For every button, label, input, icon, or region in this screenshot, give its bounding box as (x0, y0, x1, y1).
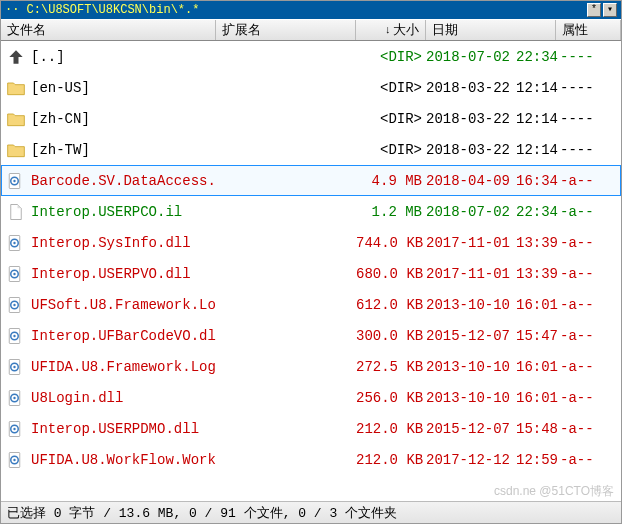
svg-point-26 (13, 458, 15, 460)
svg-point-8 (13, 272, 15, 274)
file-date: 2015-12-07 (426, 421, 516, 437)
folder-icon (5, 139, 27, 161)
file-date: 2018-03-22 (426, 80, 516, 96)
folder-icon (5, 77, 27, 99)
file-row[interactable]: UFSoft.U8.Framework.Login.UI.dll612.0 KB… (1, 289, 621, 320)
titlebar: ·· C:\U8SOFT\U8KCSN\bin\*.* * ▾ (1, 1, 621, 19)
file-size: <DIR> (356, 80, 426, 96)
file-date: 2017-12-12 (426, 452, 516, 468)
file-attr: -a-- (560, 390, 598, 406)
file-size: 212.0 KB (356, 421, 426, 437)
header-date[interactable]: 日期 (426, 20, 556, 40)
file-row[interactable]: [zh-TW]<DIR>2018-03-2212:14---- (1, 134, 621, 165)
svg-point-20 (13, 396, 15, 398)
file-attr: -a-- (560, 266, 598, 282)
file-size: <DIR> (356, 111, 426, 127)
file-name: Barcode.SV.DataAccess.dll (31, 173, 216, 189)
file-name: [zh-TW] (31, 142, 216, 158)
file-date: 2018-07-02 (426, 49, 516, 65)
folder-icon (5, 108, 27, 130)
file-attr: -a-- (560, 204, 598, 220)
file-size: 680.0 KB (356, 266, 426, 282)
file-name: [en-US] (31, 80, 216, 96)
status-text: 已选择 0 字节 / 13.6 MB, 0 / 91 个文件, 0 / 3 个文… (7, 504, 397, 522)
file-attr: ---- (560, 111, 598, 127)
file-name: Interop.USERPVO.dll (31, 266, 216, 282)
dll-icon (5, 418, 27, 440)
dll-icon (5, 263, 27, 285)
header-attr[interactable]: 属性 (556, 20, 621, 40)
file-attr: -a-- (560, 235, 598, 251)
file-date: 2017-11-01 (426, 266, 516, 282)
file-name: UFSoft.U8.Framework.Login.UI.dll (31, 297, 216, 313)
dll-icon (5, 170, 27, 192)
file-attr: ---- (560, 142, 598, 158)
file-row[interactable]: Barcode.SV.DataAccess.dll4.9 MB2018-04-0… (1, 165, 621, 196)
file-name: U8Login.dll (31, 390, 216, 406)
file-size: <DIR> (356, 49, 426, 65)
file-attr: ---- (560, 49, 598, 65)
svg-point-11 (13, 303, 15, 305)
file-name: UFIDA.U8.Framework.Login.UIForm.dll (31, 359, 216, 375)
file-row[interactable]: [en-US]<DIR>2018-03-2212:14---- (1, 72, 621, 103)
file-attr: -a-- (560, 359, 598, 375)
header-size[interactable]: ↓大小 (356, 20, 426, 40)
file-name: UFIDA.U8.WorkFlow.WorkList.Common.dll (31, 452, 216, 468)
file-name: [zh-CN] (31, 111, 216, 127)
file-row[interactable]: Interop.USERPVO.dll680.0 KB2017-11-0113:… (1, 258, 621, 289)
header-name[interactable]: 文件名 (1, 20, 216, 40)
file-time: 16:01 (516, 297, 560, 313)
file-date: 2015-12-07 (426, 328, 516, 344)
file-time: 13:39 (516, 266, 560, 282)
dll-icon (5, 294, 27, 316)
up-icon (5, 46, 27, 68)
svg-point-23 (13, 427, 15, 429)
file-row[interactable]: UFIDA.U8.Framework.Login.UIForm.dll272.5… (1, 351, 621, 382)
file-name: [..] (31, 49, 216, 65)
dll-icon (5, 449, 27, 471)
file-list[interactable]: [..]<DIR>2018-07-0222:34----[en-US]<DIR>… (1, 41, 621, 501)
header-ext[interactable]: 扩展名 (216, 20, 356, 40)
file-attr: -a-- (560, 452, 598, 468)
file-time: 16:01 (516, 390, 560, 406)
dll-icon (5, 387, 27, 409)
file-manager-window: ·· C:\U8SOFT\U8KCSN\bin\*.* * ▾ 文件名 扩展名 … (0, 0, 622, 524)
svg-point-5 (13, 241, 15, 243)
file-name: Interop.UFBarCodeVO.dll (31, 328, 216, 344)
file-name: Interop.SysInfo.dll (31, 235, 216, 251)
file-size: 1.2 MB (356, 204, 426, 220)
file-time: 12:14 (516, 142, 560, 158)
file-date: 2013-10-10 (426, 359, 516, 375)
file-size: 256.0 KB (356, 390, 426, 406)
titlebar-button-toggle[interactable]: * (587, 3, 601, 17)
file-size: <DIR> (356, 142, 426, 158)
file-time: 12:14 (516, 80, 560, 96)
titlebar-button-dropdown[interactable]: ▾ (603, 3, 617, 17)
file-date: 2013-10-10 (426, 390, 516, 406)
file-row[interactable]: Interop.SysInfo.dll744.0 KB2017-11-0113:… (1, 227, 621, 258)
file-time: 16:34 (516, 173, 560, 189)
file-time: 15:47 (516, 328, 560, 344)
dll-icon (5, 232, 27, 254)
file-size: 212.0 KB (356, 452, 426, 468)
file-attr: -a-- (560, 421, 598, 437)
file-name: Interop.USERPDMO.dll (31, 421, 216, 437)
file-time: 16:01 (516, 359, 560, 375)
file-date: 2018-03-22 (426, 111, 516, 127)
file-row[interactable]: UFIDA.U8.WorkFlow.WorkList.Common.dll212… (1, 444, 621, 475)
file-time: 15:48 (516, 421, 560, 437)
file-row[interactable]: [zh-CN]<DIR>2018-03-2212:14---- (1, 103, 621, 134)
file-row[interactable]: Interop.UFBarCodeVO.dll300.0 KB2015-12-0… (1, 320, 621, 351)
file-row[interactable]: U8Login.dll256.0 KB2013-10-1016:01-a-- (1, 382, 621, 413)
file-row[interactable]: [..]<DIR>2018-07-0222:34---- (1, 41, 621, 72)
file-row[interactable]: Interop.USERPDMO.dll212.0 KB2015-12-0715… (1, 413, 621, 444)
file-date: 2018-03-22 (426, 142, 516, 158)
dll-icon (5, 356, 27, 378)
file-date: 2017-11-01 (426, 235, 516, 251)
file-row[interactable]: Interop.USERPCO.il1.2 MB2018-07-0222:34-… (1, 196, 621, 227)
file-time: 12:14 (516, 111, 560, 127)
column-header: 文件名 扩展名 ↓大小 日期 属性 (1, 19, 621, 41)
status-bar: 已选择 0 字节 / 13.6 MB, 0 / 91 个文件, 0 / 3 个文… (1, 501, 621, 523)
file-date: 2018-07-02 (426, 204, 516, 220)
file-attr: ---- (560, 80, 598, 96)
